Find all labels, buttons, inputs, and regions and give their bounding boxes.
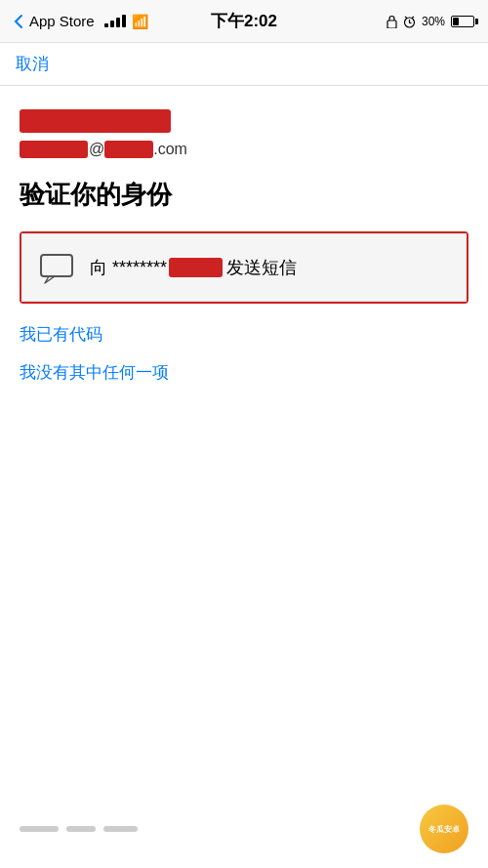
watermark-text: 冬瓜安卓 [428, 824, 460, 835]
battery-icon [451, 16, 474, 27]
email-domain-suffix: .com [153, 141, 187, 158]
sms-option-button[interactable]: 向 ******** 发送短信 [21, 233, 467, 302]
sms-chat-icon [39, 250, 74, 285]
status-bar-right: 30% [386, 15, 474, 28]
sms-label-prefix: 向 ******** [90, 256, 167, 279]
email-username-redacted [20, 141, 88, 158]
section-title: 验证你的身份 [20, 178, 468, 212]
bottom-watermark: 冬瓜安卓 [0, 790, 488, 868]
status-bar: App Store 📶 下午2:02 30% [0, 0, 488, 43]
lock-icon [386, 15, 397, 28]
at-symbol: @ [89, 141, 104, 158]
watermark-bars [20, 826, 138, 832]
status-bar-time: 下午2:02 [211, 10, 277, 32]
svg-line-4 [405, 17, 407, 19]
app-store-label: App Store [29, 13, 95, 29]
sms-option-container: 向 ******** 发送短信 [20, 231, 468, 304]
watermark-logo: 冬瓜安卓 [420, 805, 468, 853]
watermark-bar-3 [103, 826, 138, 832]
nav-bar: 取消 [0, 43, 488, 86]
email-domain-redacted [104, 141, 153, 158]
signal-bars [104, 15, 126, 27]
email-row: @ .com [20, 141, 468, 158]
main-content: @ .com 验证你的身份 向 ******** 发送短信 我已有代码 我没有其… [0, 86, 488, 384]
svg-line-5 [412, 17, 414, 19]
cancel-button[interactable]: 取消 [16, 53, 49, 75]
watermark-bar-2 [66, 826, 96, 832]
sms-option-text: 向 ******** 发送短信 [90, 256, 297, 279]
back-chevron-icon [14, 14, 23, 29]
links-container: 我已有代码 我没有其中任何一项 [20, 323, 468, 384]
svg-rect-6 [41, 255, 72, 276]
svg-marker-7 [45, 276, 55, 283]
user-name-redacted [20, 109, 171, 133]
sms-number-redacted [169, 258, 223, 277]
watermark-bar-1 [20, 826, 59, 832]
svg-rect-0 [387, 21, 396, 28]
sms-label-suffix: 发送短信 [226, 256, 297, 279]
have-code-link[interactable]: 我已有代码 [20, 323, 468, 346]
no-option-link[interactable]: 我没有其中任何一项 [20, 361, 468, 384]
alarm-icon [403, 15, 416, 28]
battery-fill [453, 18, 459, 25]
status-bar-left: App Store 📶 [14, 13, 148, 29]
wifi-icon: 📶 [132, 14, 148, 29]
battery-percent: 30% [422, 15, 445, 28]
